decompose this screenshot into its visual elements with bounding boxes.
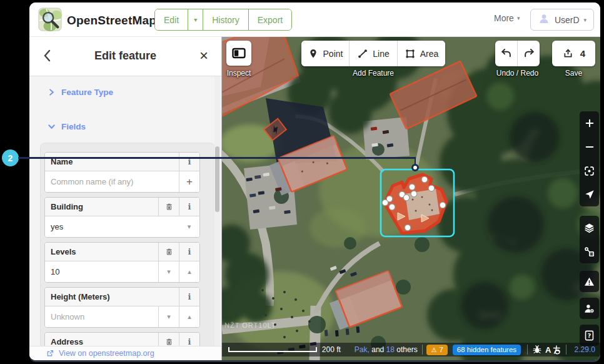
- height-input[interactable]: [51, 312, 153, 321]
- more-menu-button[interactable]: More ▾: [494, 13, 520, 23]
- add-feature-group: Point Line: [301, 41, 445, 66]
- undo-redo-group: [495, 41, 540, 66]
- field-label: Address: [51, 337, 83, 346]
- info-icon: i: [188, 247, 191, 256]
- add-point-button[interactable]: Point: [301, 41, 349, 66]
- undo-button[interactable]: [495, 41, 517, 66]
- locale-links: A: [532, 345, 561, 355]
- others-count-link[interactable]: 18: [386, 345, 395, 354]
- edit-caret-icon[interactable]: ▾: [188, 9, 203, 30]
- version-link[interactable]: 2.29.0: [575, 345, 595, 354]
- map-canvas[interactable]: NŽT ORT10LT Inspect: [222, 37, 600, 360]
- inspect-button[interactable]: [226, 41, 251, 66]
- stepper-down-button[interactable]: ▾: [158, 306, 179, 327]
- stepper-down-button[interactable]: ▾: [158, 261, 179, 282]
- area-icon: [405, 48, 416, 59]
- edit-button[interactable]: Edit: [155, 9, 188, 30]
- info-button[interactable]: i: [179, 153, 199, 171]
- history-button[interactable]: History: [203, 9, 248, 30]
- info-icon: i: [188, 202, 191, 211]
- trash-icon: [164, 202, 174, 211]
- field-card-height: Height (Meters) i ▾ ▴: [44, 287, 200, 328]
- caret-up-icon: ▴: [188, 268, 191, 276]
- chevron-down-icon: [48, 123, 55, 130]
- add-line-button[interactable]: Line: [349, 41, 397, 66]
- minus-icon: [584, 141, 595, 153]
- issues-button[interactable]: [580, 271, 599, 292]
- user-avatar-icon: [538, 13, 550, 27]
- brand: OpenStreetMap: [38, 8, 156, 34]
- app-window: OpenStreetMap Edit ▾ History Export More…: [29, 3, 600, 360]
- remove-field-button[interactable]: [158, 198, 179, 216]
- remove-field-button[interactable]: [158, 333, 179, 346]
- sidebar-scrollbar-thumb[interactable]: [215, 146, 219, 212]
- point-pin-icon: [308, 48, 319, 59]
- chevron-right-icon: [48, 89, 55, 96]
- map-status-bar: 200 ft Pak, and 18 others ⚠ 7 68 hidden …: [222, 343, 600, 356]
- field-card-levels: Levels i ▾ ▴: [44, 242, 200, 283]
- bug-report-icon[interactable]: [532, 345, 542, 355]
- add-area-button[interactable]: Area: [397, 41, 445, 66]
- trash-icon: [164, 337, 174, 346]
- locate-icon: [583, 165, 595, 177]
- section-fields[interactable]: Fields: [48, 122, 86, 131]
- line-icon: [357, 48, 368, 59]
- map-data-button[interactable]: [580, 240, 599, 263]
- preferences-button[interactable]: [580, 298, 599, 319]
- translate-icon[interactable]: A: [545, 345, 561, 355]
- redo-button[interactable]: [517, 41, 540, 66]
- divider: [566, 345, 566, 355]
- help-icon: ?: [583, 330, 595, 341]
- remove-field-button[interactable]: [158, 243, 179, 261]
- contributor-link[interactable]: Pak,: [355, 345, 370, 354]
- imagery-watermark: NŽT ORT10LT: [224, 321, 276, 329]
- edit-feature-panel: Edit feature × Feature Type Fields: [29, 37, 222, 360]
- panel-footer: View on openstreetmap.org: [29, 346, 221, 360]
- undo-redo-label: Undo / Redo: [485, 69, 550, 78]
- save-count-badge: 4: [580, 48, 585, 59]
- info-button[interactable]: i: [179, 243, 199, 261]
- bearing-arrow-button[interactable]: [580, 183, 599, 206]
- hidden-features-badge[interactable]: 68 hidden features: [453, 345, 521, 355]
- panel-body: Feature Type Fields Name i: [29, 76, 221, 346]
- field-label: Levels: [51, 247, 76, 256]
- save-button[interactable]: 4: [552, 41, 595, 66]
- zoom-in-button[interactable]: [580, 111, 599, 135]
- add-name-button[interactable]: +: [179, 171, 199, 192]
- view-on-osm-link[interactable]: View on openstreetmap.org: [59, 349, 154, 358]
- name-input[interactable]: [51, 177, 173, 186]
- layers-icon: [583, 222, 595, 234]
- divider: [422, 345, 423, 355]
- stepper-up-button[interactable]: ▴: [179, 261, 199, 282]
- backgrounds-button[interactable]: [580, 216, 599, 240]
- scale-label: 200 ft: [322, 345, 341, 354]
- user-settings-icon: [583, 303, 595, 315]
- section-feature-type[interactable]: Feature Type: [48, 88, 113, 97]
- export-button[interactable]: Export: [248, 9, 291, 30]
- callout-line: [18, 157, 415, 159]
- building-combobox[interactable]: [51, 222, 173, 231]
- warning-icon: ⚠: [431, 346, 436, 353]
- combobox-caret-button[interactable]: ▾: [179, 216, 199, 237]
- info-button[interactable]: i: [179, 333, 199, 346]
- stepper-up-button[interactable]: ▴: [179, 306, 199, 327]
- zoom-out-button[interactable]: [580, 135, 599, 159]
- caret-down-icon: ▾: [167, 313, 171, 321]
- inspect-icon: [231, 46, 246, 61]
- close-icon[interactable]: ×: [195, 46, 213, 66]
- info-button[interactable]: i: [179, 198, 199, 216]
- scale-bar: [228, 347, 317, 352]
- issues-badge[interactable]: ⚠ 7: [426, 345, 447, 355]
- info-button[interactable]: i: [179, 288, 199, 306]
- user-menu-button[interactable]: UserD ▾: [530, 9, 594, 31]
- screenshot-stage: OpenStreetMap Edit ▾ History Export More…: [0, 0, 604, 364]
- save-label: Save: [552, 69, 595, 78]
- field-card-building: Building i ▾: [44, 197, 200, 238]
- satellite-imagery: [222, 37, 600, 360]
- plus-icon: [584, 118, 595, 129]
- redo-icon: [523, 48, 535, 60]
- map-controls-rail: ?: [580, 111, 599, 346]
- geolocate-button[interactable]: [580, 159, 599, 183]
- levels-input[interactable]: [51, 267, 153, 276]
- panel-title: Edit feature: [29, 49, 221, 63]
